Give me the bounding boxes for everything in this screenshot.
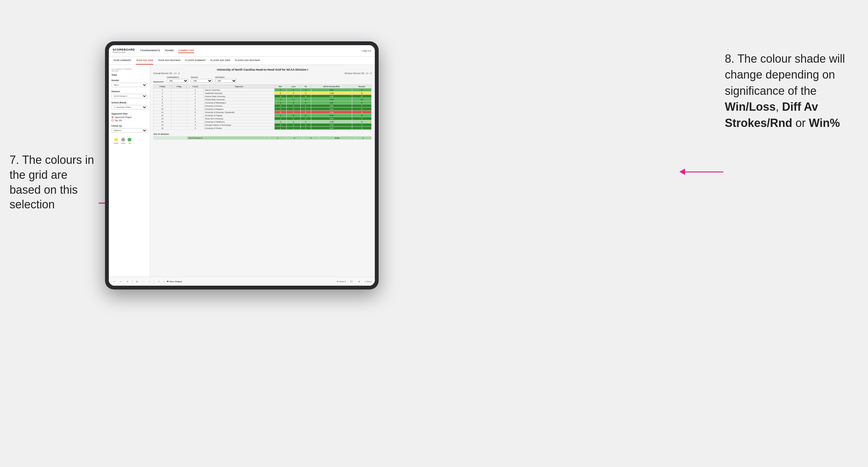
legend: Down Level Up — [111, 136, 147, 146]
col-loss: Loss — [286, 85, 300, 88]
table-cell: 1 — [274, 101, 286, 104]
table-cell: 0 — [300, 107, 311, 111]
table-cell: 3 — [187, 120, 204, 123]
table-cell — [171, 127, 187, 130]
sign-out[interactable]: | Sign out — [362, 50, 371, 52]
table-row: 9-1University of Arizona1009.002 — [154, 104, 372, 107]
table-cell: 0 — [286, 107, 300, 111]
table-cell: 6 — [154, 98, 172, 101]
table-cell: 1 — [286, 88, 300, 92]
overall-record: Overall Record: 89 - 17 - 0 — [153, 72, 180, 74]
table-cell: 5.56 — [311, 117, 352, 120]
toolbar-comment[interactable]: 💬 — [349, 280, 354, 283]
col-rank: # Rank — [154, 85, 172, 88]
colour-by-select[interactable]: Win/loss — [111, 128, 147, 133]
subnav-team-h2h-grid[interactable]: TEAM H2H GRID — [136, 57, 153, 65]
gender-select[interactable]: Men's — [111, 83, 147, 87]
table-cell — [171, 120, 187, 123]
toolbar-sep3 — [164, 279, 164, 284]
toolbar-share[interactable]: ⇪ Share — [364, 280, 372, 282]
table-cell: 2 — [286, 98, 300, 101]
view-label: View: Original — [169, 281, 182, 282]
toolbar-grid-icon[interactable]: ⊞ — [357, 280, 361, 283]
nav-teams[interactable]: TEAMS — [165, 49, 174, 53]
od-reg — [165, 136, 176, 139]
table-cell: 0 — [300, 120, 311, 123]
brand-sub: Powered by clippd — [113, 51, 140, 53]
school-label: School (Rank) — [111, 101, 147, 104]
conference-select[interactable]: (All) — [167, 79, 188, 83]
subnav-team-h2h-heatmap[interactable]: TEAM H2H HEATMAP — [158, 57, 181, 65]
table-cell: 0 — [274, 111, 286, 114]
toolbar-watch[interactable]: 👁 Watch ▾ — [337, 280, 346, 282]
table-cell: 2.61 — [311, 107, 352, 111]
table-cell: 0 — [300, 117, 311, 120]
nav-committee[interactable]: COMMITTEE — [178, 49, 194, 53]
legend-dot-level — [121, 138, 125, 142]
region-filter: Region (All) — [191, 76, 213, 83]
table-row: 4-1Arizona State University5102.2817 — [154, 95, 372, 98]
radio-opponents-played[interactable]: Opponents Played — [111, 116, 147, 118]
toolbar-undo[interactable]: ↩ — [112, 280, 116, 283]
table-cell: Auburn University — [204, 88, 274, 92]
col-reg: # Reg — [171, 85, 187, 88]
table-cell: 9 — [352, 127, 371, 130]
toolbar-plus[interactable]: + — [148, 280, 151, 283]
col-rounds: Rounds — [352, 85, 371, 88]
table-cell: 5 — [274, 95, 286, 98]
region-select[interactable]: (All) — [191, 79, 213, 83]
legend-dot-up — [128, 138, 131, 142]
subnav-player-h2h-heatmap[interactable]: PLAYER H2H HEATMAP — [235, 57, 260, 65]
table-row: 123University of Virginia1002.333 — [154, 114, 372, 117]
school-select[interactable]: 1. University of Nort... — [111, 105, 147, 110]
table-cell: 0 — [300, 92, 311, 95]
out-division-label: Out of division — [153, 133, 372, 135]
table-cell: 1 — [274, 104, 286, 107]
subnav-player-summary[interactable]: PLAYER SUMMARY — [185, 57, 206, 65]
toolbar-right: 👁 Watch ▾ 💬 ⊞ ⇪ Share — [337, 280, 372, 283]
radio-top-100[interactable]: Top 100 — [111, 119, 147, 122]
table-cell: Texas Tech University — [204, 117, 274, 120]
opponent-select[interactable]: (All) — [215, 79, 237, 83]
table-cell: 1 — [286, 95, 300, 98]
opponent-view-section: Opponent View Opponents Played Top 100 — [111, 113, 147, 122]
annotation-left-text: 7. The colours in the grid are based on … — [9, 153, 94, 211]
division-record: Division Record: 88 - 17 - 0 — [345, 72, 372, 74]
table-cell: University of Virginia — [204, 114, 274, 117]
division-select[interactable]: NCAA Division I — [111, 94, 147, 98]
table-cell: 1 — [274, 114, 286, 117]
toolbar-view[interactable]: 👁 View: Original — [167, 281, 182, 282]
view-icon: 👁 — [167, 281, 168, 282]
table-cell: - — [171, 88, 187, 92]
table-cell: 9 — [352, 120, 371, 123]
table-cell: 0 — [286, 123, 300, 127]
table-cell: University of Arizona — [204, 104, 274, 107]
last-updated-time: 16:55:38 — [111, 70, 118, 72]
table-row: 105University of Alabama3002.618 — [154, 107, 372, 111]
table-cell: 1 — [187, 88, 204, 92]
nav-tournaments[interactable]: TOURNAMENTS — [140, 49, 160, 53]
table-cell: 3 — [274, 117, 286, 120]
table-cell: 6 — [187, 111, 204, 114]
table-cell: University of Washington — [204, 101, 274, 104]
sidebar: Last Updated: 27/03/2024 16:55:38 Team G… — [109, 65, 150, 277]
col-tie: Tie — [300, 85, 311, 88]
od-rounds: 3 — [355, 136, 371, 139]
table-cell: 4 — [154, 95, 172, 98]
watch-label: Watch ▾ — [339, 280, 346, 282]
share-label: Share — [367, 281, 372, 282]
toolbar-crop[interactable]: ⊞ — [135, 280, 139, 283]
toolbar-refresh[interactable]: ↺ — [125, 280, 129, 283]
school-section: School (Rank) 1. University of Nort... — [111, 101, 147, 110]
toolbar-minus[interactable]: − — [142, 280, 145, 283]
toolbar-clock[interactable]: 🕐 — [157, 280, 161, 283]
opponent-filter-label: Opponent — [215, 76, 237, 78]
table-cell: 8 — [352, 107, 371, 111]
brand-name: SCOREBOARD — [113, 49, 135, 51]
subnav-player-h2h-grid[interactable]: PLAYER H2H GRID — [210, 57, 230, 65]
table-cell: 5 — [187, 107, 204, 111]
subnav-team-summary[interactable]: TEAM SUMMARY — [113, 57, 131, 65]
toolbar-redo[interactable]: ↪ — [119, 280, 123, 283]
table-cell — [171, 98, 187, 101]
table-cell: 5 — [274, 123, 286, 127]
